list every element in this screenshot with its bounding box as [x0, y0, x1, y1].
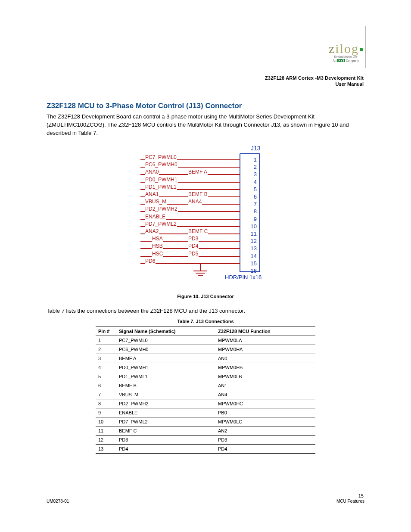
brand-wordmark: zilog — [329, 41, 363, 56]
table-cell: PD0_PWMH1 — [116, 363, 215, 372]
table-row: 13PD4PD4 — [96, 445, 315, 454]
pin-number: 4 — [254, 178, 257, 186]
th-func: Z32F128 MCU Function — [215, 327, 315, 336]
net-label-left: HSC — [152, 251, 163, 257]
net-label-left: VBUS_M — [145, 199, 167, 205]
connector-refdes: J13 — [251, 145, 261, 152]
table-cell: 8 — [96, 399, 116, 408]
ground-icon — [193, 271, 208, 276]
net-label-right: PD4 — [188, 243, 199, 249]
company-prefix: An — [333, 59, 337, 62]
company-suffix: Company — [345, 59, 359, 62]
table-cell: AN2 — [215, 426, 315, 436]
pin-number: 1 — [254, 156, 257, 163]
brand-logo: zilog Embedded in Life An IXYS Company — [329, 41, 363, 62]
pin-number: 5 — [254, 186, 257, 193]
table-cell: 6 — [96, 381, 116, 390]
table-cell: MPWM0HB — [215, 363, 315, 372]
pin-number: 7 — [254, 200, 257, 208]
table-row: 3BEMF AAN0 — [96, 354, 315, 363]
pin-number: 12 — [251, 237, 257, 245]
doc-title-line1: Z32F128 ARM Cortex -M3 Development Kit — [265, 75, 364, 81]
table-row: 12PD3PD3 — [96, 436, 315, 445]
table-caption: Table 7. J13 Connections — [96, 319, 315, 327]
doc-title-line2: User Manual — [265, 81, 364, 87]
section-heading: Z32F128 MCU to 3-Phase Motor Control (J1… — [47, 102, 242, 110]
table-cell: PC7_PWML0 — [116, 336, 215, 345]
net-label-left: PC6_PWMH0 — [145, 162, 178, 168]
ground-stem — [200, 263, 201, 271]
figure-caption: Figure 10. J13 Connector — [47, 294, 364, 299]
document-title: Z32F128 ARM Cortex -M3 Development Kit U… — [265, 75, 364, 87]
net-label-left: PD6 — [145, 258, 156, 264]
table-cell: 5 — [96, 372, 116, 381]
table-cell: MPWM0HA — [215, 345, 315, 354]
net-label-left: HSB — [152, 243, 163, 249]
table-cell: AN4 — [215, 390, 315, 399]
table-cell: 4 — [96, 363, 116, 372]
table-row: 2PC6_PWMH0MPWM0HA — [96, 345, 315, 354]
net-label-left: PD1_PWML1 — [145, 184, 177, 190]
net-label-right: BEMF C — [188, 228, 208, 234]
table-cell: AN1 — [215, 381, 315, 390]
pin-table: Table 7. J13 Connections Pin # Signal Na… — [96, 319, 315, 454]
net-label-left: PC7_PWML0 — [145, 154, 177, 160]
table-cell: 13 — [96, 445, 116, 454]
table-cell: 3 — [96, 354, 116, 363]
header-divider — [365, 26, 366, 68]
table-cell: MPWM0LA — [215, 336, 315, 345]
table-row: 9ENABLEPB0 — [96, 408, 315, 417]
section-body: The Z32F128 Development Board can contro… — [47, 113, 364, 137]
net-label-left: HSA — [152, 236, 163, 242]
pin-number: 13 — [251, 245, 257, 252]
net-label-left: ANA0 — [145, 169, 159, 175]
table-cell: PC6_PWMH0 — [116, 345, 215, 354]
table-row: 8PD2_PWMH2MPWM0HC — [96, 399, 315, 408]
pin-number: 11 — [251, 230, 257, 237]
pin-number: 10 — [251, 223, 257, 230]
table-cell: MPWM0HC — [215, 399, 315, 408]
table-row: 6BEMF BAN1 — [96, 381, 315, 390]
table-cell: 7 — [96, 390, 116, 399]
table-cell: BEMF C — [116, 426, 215, 436]
table-cell: AN0 — [215, 354, 315, 363]
footer-section: MCU Features — [336, 499, 364, 504]
table-cell: PD3 — [116, 436, 215, 445]
table-cell: PD2_PWMH2 — [116, 399, 215, 408]
net-label-right: PD5 — [188, 251, 199, 257]
pin-number: 16 — [251, 267, 257, 274]
table-cell: 10 — [96, 417, 116, 426]
table-row: 7VBUS_MAN4 — [96, 390, 315, 399]
table-row: 10PD7_PWML2MPWM0LC — [96, 417, 315, 426]
table-row: 5PD1_PWML1MPWM0LB — [96, 372, 315, 381]
pin-number: 2 — [254, 163, 257, 171]
table-cell: PD4 — [215, 445, 315, 454]
net-label-left: ANA2 — [145, 228, 159, 234]
header-pin-box: 12345678910111213141516 — [240, 153, 260, 272]
th-sig: Signal Name (Schematic) — [116, 327, 215, 336]
pin-number: 3 — [254, 171, 257, 178]
pin-number: 6 — [254, 193, 257, 200]
table-cell: PD7_PWML2 — [116, 417, 215, 426]
table-cell: PD4 — [116, 445, 215, 454]
table-cell: 9 — [96, 408, 116, 417]
net-label-left: ENABLE — [145, 214, 166, 220]
table-intro: Table 7 lists the connections between th… — [47, 308, 245, 314]
net-label-left: PD2_PWMH2 — [145, 206, 178, 212]
page-number: 15 — [358, 493, 364, 498]
brand-company: An IXYS Company — [329, 59, 363, 62]
table-cell: ENABLE — [116, 408, 215, 417]
pin-number: 9 — [254, 215, 257, 223]
table-header-row: Pin # Signal Name (Schematic) Z32F128 MC… — [96, 327, 315, 336]
pin-number: 14 — [251, 252, 257, 260]
table-cell: 1 — [96, 336, 116, 345]
ixys-badge: IXYS — [337, 59, 345, 62]
page-footer: UM0278-01 MCU Features — [47, 499, 364, 504]
table-cell: MPWM0LC — [215, 417, 315, 426]
table-cell: BEMF A — [116, 354, 215, 363]
table-cell: 11 — [96, 426, 116, 436]
footer-docnum: UM0278-01 — [47, 499, 69, 504]
net-label-left: ANA1 — [145, 191, 159, 197]
table-cell: PD1_PWML1 — [116, 372, 215, 381]
table-cell: PD3 — [215, 436, 315, 445]
